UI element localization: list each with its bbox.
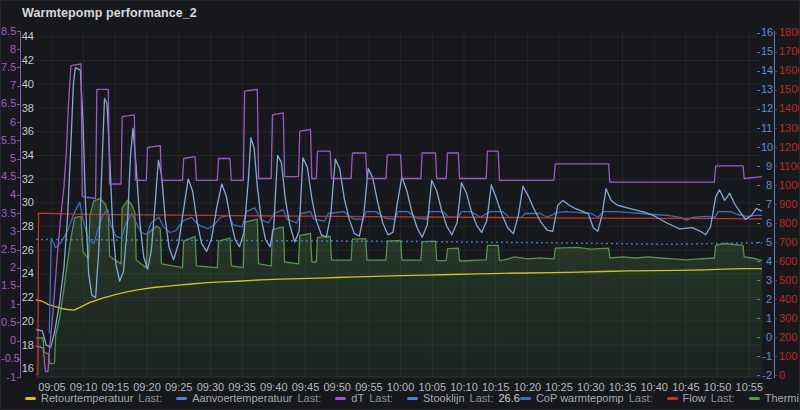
y-axis-dT-tick-label: 1 (1, 299, 16, 310)
legend-series-name[interactable]: dT (351, 391, 364, 405)
legend-last-label: Last: (138, 391, 162, 405)
legend-last-label: Last: (470, 391, 494, 405)
y-axis-power-tick-label: 1400 (779, 103, 800, 114)
legend-group-left: RetourtemperatuurLast:Aanvoertemperatuur… (25, 391, 520, 405)
y-axis-cop-tick-label: 10 (761, 142, 772, 153)
y-axis-cop-tick-label: 2 (761, 294, 772, 305)
legend-last-label: Last: (369, 391, 393, 405)
legend-series-name[interactable]: Retourtemperatuur (41, 391, 133, 405)
y-axis-dT-tick-label: -1 (1, 372, 16, 383)
y-axis-power-tick-label: 1300 (779, 123, 800, 134)
y-axis-cop-tick-label: 15 (761, 46, 772, 57)
legend-series-color-dash (667, 397, 678, 400)
y-axis-power-tick-mark (774, 242, 777, 243)
y-axis-power-tick-label: 1800 (779, 27, 800, 38)
y-axis-cop-tick-label: 12 (761, 103, 772, 114)
y-axis-power-tick-mark (774, 185, 777, 186)
legend-series-name[interactable]: Flow (683, 391, 706, 405)
legend-series-color-dash (176, 397, 187, 400)
plot-area[interactable] (36, 31, 762, 377)
legend-series-name[interactable]: Stooklijn (423, 391, 465, 405)
y-axis-temp-tick-label: 30 (21, 197, 34, 208)
y-axis-dT-tick-label: 8.5 (1, 26, 16, 37)
y-axis-power-tick-mark (774, 299, 777, 300)
y-axis-power-tick-mark (774, 280, 777, 281)
grafana-panel: Warmtepomp performance_2 8.587.576.565.5… (0, 0, 800, 410)
y-axis-power-tick-label: 0 (779, 370, 800, 381)
y-axis-dT-tick-label: 2 (1, 262, 16, 273)
y-axis-power-tick-mark (774, 71, 777, 72)
y-axis-dT-tick-label: 4.5 (1, 171, 16, 182)
legend: RetourtemperatuurLast:Aanvoertemperatuur… (25, 390, 795, 406)
y-axis-power-tick-label: 300 (779, 313, 800, 324)
y-axis-dT-tick-label: 0 (1, 335, 16, 346)
y-axis-temp-tick-label: 44 (21, 31, 34, 42)
y-axis-dT-tick-label: 5 (1, 153, 16, 164)
y-axis-cop-tick-label: 14 (761, 65, 772, 76)
y-axis-dT-tick-label: 6 (1, 117, 16, 128)
y-axis-temp-tick-label: 28 (21, 221, 34, 232)
legend-series-name[interactable]: CoP warmtepomp (536, 391, 624, 405)
y-axis-power-tick-mark (774, 356, 777, 357)
y-axis-temp-tick-label: 22 (21, 292, 34, 303)
y-axis-power-tick-label: 1500 (779, 84, 800, 95)
y-axis-dT-tick-label: 1.5 (1, 280, 16, 291)
y-axis-power-tick-mark (774, 147, 777, 148)
legend-series-name[interactable]: Aanvoertemperatuur (192, 391, 292, 405)
y-axis-power-tick-mark (774, 204, 777, 205)
y-axis-power-tick-mark (774, 223, 777, 224)
y-axis-temp-tick-label: 24 (21, 268, 34, 279)
y-axis-power-tick-label: 700 (779, 237, 800, 248)
y-axis-cop-tick-label: 9 (761, 161, 772, 172)
legend-series-name[interactable]: Thermischvermogen Warmtepomp (765, 391, 800, 405)
legend-item-stooklijn[interactable]: StooklijnLast:26.6 (407, 391, 520, 405)
y-axis-cop-tick-label: 16 (761, 27, 772, 38)
y-axis-dT-tick-label: 4 (1, 189, 16, 200)
y-axis-power-tick-label: 1700 (779, 46, 800, 57)
legend-item-cop-warmtepomp[interactable]: CoP warmtepompLast: (520, 391, 653, 405)
y-axis-power-tick-mark (774, 90, 777, 91)
legend-series-color-dash (25, 397, 36, 400)
legend-item-dt[interactable]: dTLast: (335, 391, 393, 405)
y-axis-temp-tick-label: 36 (21, 126, 34, 137)
y-axis-power-tick-mark (774, 128, 777, 129)
y-axis-power-tick-label: 1600 (779, 65, 800, 76)
y-axis-temp-tick-label: 18 (21, 340, 34, 351)
y-axis-power-tick-mark (774, 166, 777, 167)
legend-series-color-dash (520, 397, 531, 400)
y-axis-cop-tick-label: 0 (761, 332, 772, 343)
legend-item-thermischvermogen-warmtepomp[interactable]: Thermischvermogen WarmtepompLast: (749, 391, 800, 405)
y-axis-power-tick-mark (774, 52, 777, 53)
y-axis-power-tick-mark (774, 261, 777, 262)
y-axis-power-tick-mark (774, 318, 777, 319)
legend-last-label: Last: (297, 391, 321, 405)
y-axis-power-tick-label: 1000 (779, 180, 800, 191)
y-axis-cop-tick-label: 3 (761, 275, 772, 286)
y-axis-cop-tick-label: 6 (761, 218, 772, 229)
y-axis-cop-tick-label: 11 (761, 123, 772, 134)
y-axis-temp-tick-label: 32 (21, 174, 34, 185)
y-axis-dT-tick-label: 3 (1, 226, 16, 237)
legend-item-retourtemperatuur[interactable]: RetourtemperatuurLast: (25, 391, 162, 405)
y-axis-power-tick-mark (774, 33, 777, 34)
y-axis-power-tick-label: 800 (779, 218, 800, 229)
time-series-chart[interactable]: 8.587.576.565.554.543.532.521.510.50-0.5… (1, 1, 799, 409)
y-axis-cop-tick-label: 5 (761, 237, 772, 248)
y-axis-cop-tick-label: 7 (761, 199, 772, 210)
legend-last-value: 26.6 (498, 391, 519, 405)
y-axis-cop-tick-label: -1 (761, 351, 772, 362)
y-axis-cop-tick-label: 13 (761, 84, 772, 95)
y-axis-power-tick-label: 900 (779, 199, 800, 210)
legend-item-aanvoertemperatuur[interactable]: AanvoertemperatuurLast: (176, 391, 321, 405)
legend-last-label: Last: (629, 391, 653, 405)
y-axis-power-tick-label: 200 (779, 332, 800, 343)
y-axis-dT-tick-label: 6.5 (1, 98, 16, 109)
y-axis-dT-tick-label: 8 (1, 44, 16, 55)
y-axis-power-tick-mark (774, 109, 777, 110)
y-axis-power-tick-label: 1200 (779, 142, 800, 153)
y-axis-temp-tick-label: 40 (21, 79, 34, 90)
y-axis-cop-tick-label: 8 (761, 180, 772, 191)
legend-item-flow[interactable]: FlowLast: (667, 391, 735, 405)
y-axis-temp-tick-label: 26 (21, 245, 34, 256)
y-axis-temp-tick-label: 20 (21, 316, 34, 327)
